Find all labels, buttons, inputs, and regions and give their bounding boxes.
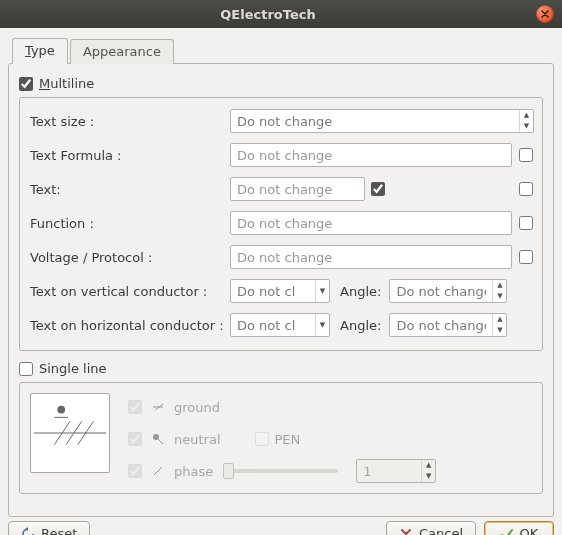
singleline-preview: [30, 393, 110, 473]
vcond-value[interactable]: [231, 280, 315, 302]
phase-icon: [150, 463, 166, 479]
text-formula-input[interactable]: [230, 143, 512, 167]
close-icon[interactable]: [536, 5, 554, 23]
text-label: Text:: [30, 182, 230, 197]
singleline-group: ground neutral PEN: [19, 382, 543, 494]
text-formula-extra-check[interactable]: [519, 148, 533, 162]
vcond-combo[interactable]: ▼: [230, 279, 330, 303]
voltage-input[interactable]: [230, 245, 512, 269]
ok-button[interactable]: OK: [484, 521, 554, 535]
text-input[interactable]: [230, 177, 365, 201]
function-input[interactable]: [230, 211, 512, 235]
spin-arrows[interactable]: ▲▼: [492, 280, 506, 302]
multiline-toggle-row: Multiline: [19, 76, 543, 91]
pen-checkbox: [255, 432, 269, 446]
phase-label: phase: [174, 464, 213, 479]
voltage-label: Voltage / Protocol :: [30, 250, 230, 265]
neutral-label: neutral: [174, 432, 221, 447]
dialog-button-row: Reset Cancel OK: [8, 517, 554, 535]
singleline-label: Single line: [39, 361, 107, 376]
spin-arrows[interactable]: ▲▼: [492, 314, 506, 336]
spin-arrows[interactable]: ▲▼: [519, 110, 533, 132]
function-extra-check[interactable]: [519, 216, 533, 230]
singleline-checkbox[interactable]: [19, 362, 33, 376]
svg-line-9: [158, 439, 163, 444]
tab-type[interactable]: Type: [12, 38, 68, 64]
singleline-toggle-row: Single line: [19, 361, 543, 376]
multiline-label: Multiline: [39, 76, 94, 91]
chevron-down-icon[interactable]: ▼: [315, 280, 329, 302]
cancel-icon: [399, 527, 413, 536]
phase-count-value: [357, 460, 421, 482]
vcond-angle-label: Angle:: [340, 284, 381, 299]
spin-arrows: ▲▼: [421, 460, 435, 482]
function-label: Function :: [30, 216, 230, 231]
ground-label: ground: [174, 400, 220, 415]
neutral-icon: [150, 431, 166, 447]
text-size-label: Text size :: [30, 114, 230, 129]
vcond-angle-value[interactable]: [390, 280, 492, 302]
neutral-checkbox: [128, 432, 142, 446]
pen-label: PEN: [275, 432, 301, 447]
ground-icon: [150, 399, 166, 415]
ground-checkbox: [128, 400, 142, 414]
tab-appearance[interactable]: Appearance: [70, 39, 174, 64]
text-size-spin[interactable]: ▲▼: [230, 109, 534, 133]
tab-strip: Type Appearance: [8, 36, 554, 64]
chevron-down-icon[interactable]: ▼: [315, 314, 329, 336]
reset-button[interactable]: Reset: [8, 521, 90, 535]
titlebar: QElectroTech: [0, 0, 562, 28]
reset-icon: [21, 527, 35, 536]
voltage-extra-check[interactable]: [519, 250, 533, 264]
hcond-angle-spin[interactable]: ▲▼: [389, 313, 507, 337]
text-size-value[interactable]: [231, 110, 519, 132]
tabpanel-type: Multiline Text size : ▲▼ Text Formula :: [8, 63, 554, 517]
cancel-button[interactable]: Cancel: [386, 521, 476, 535]
phase-count-spin: ▲▼: [356, 459, 436, 483]
text-formula-label: Text Formula :: [30, 148, 230, 163]
hcond-angle-label: Angle:: [340, 318, 381, 333]
phase-slider: [223, 469, 338, 473]
hcond-label: Text on horizontal conductor :: [30, 318, 230, 333]
phase-checkbox: [128, 464, 142, 478]
multiline-checkbox[interactable]: [19, 77, 33, 91]
hcond-combo[interactable]: ▼: [230, 313, 330, 337]
svg-point-5: [57, 406, 65, 414]
window-title: QElectroTech: [0, 7, 536, 22]
hcond-value[interactable]: [231, 314, 315, 336]
vcond-label: Text on vertical conductor :: [30, 284, 230, 299]
vcond-angle-spin[interactable]: ▲▼: [389, 279, 507, 303]
svg-line-10: [154, 467, 162, 475]
text-visibility-check[interactable]: [371, 182, 385, 196]
ok-icon: [500, 527, 514, 536]
text-extra-check[interactable]: [519, 182, 533, 196]
multiline-group: Text size : ▲▼ Text Formula : Text:: [19, 97, 543, 351]
hcond-angle-value[interactable]: [390, 314, 492, 336]
